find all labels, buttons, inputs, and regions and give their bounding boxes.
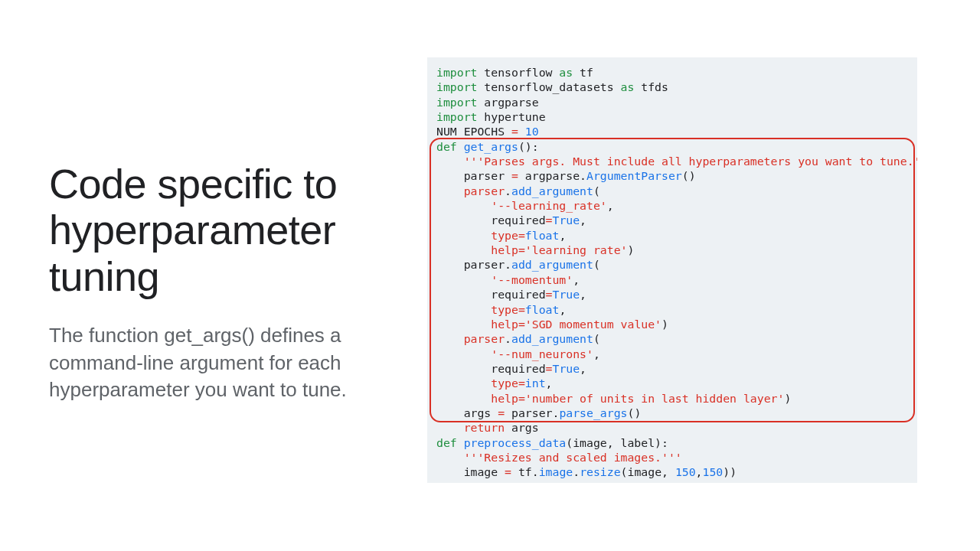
slide-description: The function get_args() defines a comman… (49, 322, 378, 403)
code-text: import tensorflow as tf import tensorflo… (427, 57, 917, 483)
text-column: Code specific to hyperparameter tuning T… (49, 161, 378, 403)
slide: Code specific to hyperparameter tuning T… (0, 0, 980, 551)
code-block: import tensorflow as tf import tensorflo… (427, 57, 917, 483)
slide-title: Code specific to hyperparameter tuning (49, 161, 378, 299)
